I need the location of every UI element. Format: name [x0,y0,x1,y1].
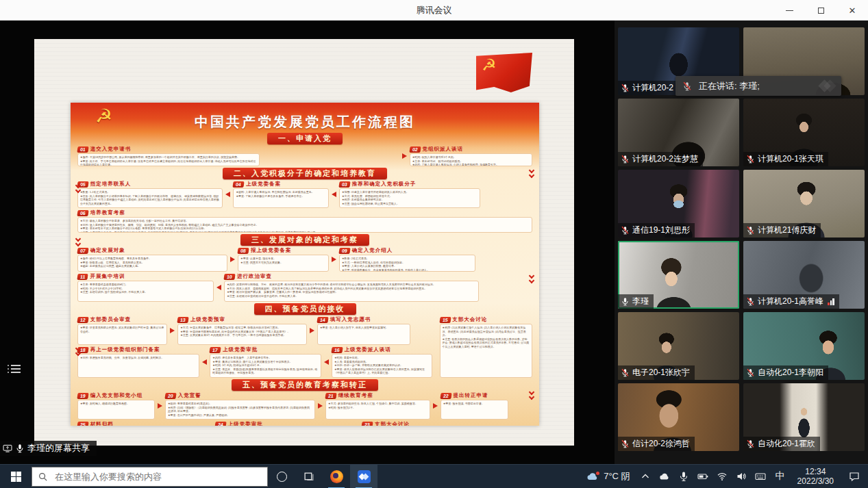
tray-expand-button[interactable] [636,465,655,488]
step-body: ★目的: 掌握预备党员结构、分布、质量等情况; 发现问题, 及时解决。 [77,354,199,378]
step-body: ★数量: 1-2名正式党员。 ★任务: 向入党积极分子介绍党的基本知识; 了解入… [77,188,223,208]
step-number: 02 [409,146,421,153]
participant-video-active-speaker[interactable]: 李瑾 [618,241,739,309]
participant-name: 信计20-2徐鸿哲 [632,438,690,450]
flow-step-06: 06培养教育考察★方法: 吸收入党积极分子听党课、参加党内有关活动, 分配一定的… [77,209,532,233]
arrow-right-icon [230,257,235,262]
flow-row-3: 06培养教育考察★方法: 吸收入党积极分子听党课、参加党内有关活动, 分配一定的… [77,209,532,233]
step-number: 10 [224,274,236,280]
step-body: ★程序: (1)发展对象汇报个人情况; (2)入党介绍人介绍发展对象有关情况、表… [440,324,532,378]
minimize-button[interactable] [773,0,805,21]
app-window: 腾讯会议 ✕ ☭ ☭ 中国共产党发展党员工作流程图 一、申请入党 01递交入党申… [0,0,868,488]
step-title: 再上一级党委组织部门备案 [90,346,160,353]
participant-video[interactable]: 电子20-1张欣宇 [618,312,739,380]
onedrive-button[interactable] [655,465,674,488]
step-title: 继续教育考察 [338,392,373,399]
tencent-meeting-button[interactable] [350,465,377,488]
action-center-button[interactable] [841,465,868,488]
step-number: 08 [237,248,249,254]
step-body: ★内容: 是否具备党员条件、入党手续是否完备。 ★要求: 集体讨论和表决; 两个… [210,354,321,378]
battery-button[interactable] [693,465,712,488]
participant-video[interactable]: 计算机20-1高誉峰 [743,241,865,309]
notification-icon [849,471,860,482]
step-body: ★组织: 基层党委或党支部(党总支)。 ★程序: (1)唱《国际歌》; (2)党… [165,400,315,420]
window-title: 腾讯会议 [0,4,868,16]
start-button[interactable] [0,465,32,488]
ime-indicator[interactable]: 中 [770,470,791,483]
clock-date: 2022/3/30 [797,476,834,486]
task-view-icon [303,471,315,483]
participant-name: 电子20-1张欣宇 [632,367,690,378]
step-number: 20 [164,393,176,399]
cortana-icon [277,472,287,482]
arrow-left-icon [202,359,207,365]
step-title: 上级党委备案 [246,181,281,188]
participant-badge: 自动化20-1霍欣 [743,437,820,451]
step-body: ★数量: 2名正式党员。 ★方式: 一般由培养联系人担任, 也可由党组织指定。 … [339,255,475,272]
weather-widget[interactable]: 7°C 阴 [581,470,635,483]
participant-video[interactable]: 计算机20-2连梦慧 [618,99,739,166]
mic-muted-icon [746,226,755,235]
hammer-sickle-icon: ☭ [482,57,497,73]
step-body: ★内容: 对党的理论和路线、方针、政策的态度; 政治历史和在重大政治斗争中的表现… [224,281,479,302]
flow-step-05: 05指定培养联系人★数量: 1-2名正式党员。 ★任务: 向入党积极分子介绍党的… [77,181,223,208]
taskbar-search[interactable] [32,467,268,487]
chevron-down-icon [530,390,534,399]
participant-video[interactable]: 计算机21傅庆财 [743,170,865,237]
participant-video[interactable]: 通信19-1刘思彤 [618,170,739,237]
participant-video[interactable]: 信计20-2徐鸿哲 [618,383,739,451]
network-signal-icon [828,298,834,305]
list-icon [11,368,21,370]
mic-active-icon [621,297,630,306]
close-button[interactable]: ✕ [836,0,868,21]
flow-step-24: 24上级党委审批★时间: 3个月内。 ★要求: 审批结果及时通知党支部; 党支部… [215,421,351,426]
meeting-watermark-icon [820,81,834,90]
participant-badge: 李瑾 [618,294,654,309]
firefox-button[interactable] [323,465,350,488]
arrow-right-icon [310,328,314,333]
network-button[interactable] [712,465,732,488]
keyboard-icon [755,471,766,482]
tencent-meeting-icon [358,470,371,483]
participant-video[interactable]: 自动化20-1李朝阳 [743,312,865,380]
step-number: 15 [439,317,451,323]
flow-row-7: 19编入党支部和党小组★要求: 及时编入, 继续进行教育和考察。 20入党宣誓★… [77,392,532,420]
step-title: 编入党支部和党小组 [90,392,143,399]
step-title: 党组织派人谈话 [423,146,464,153]
participant-video[interactable]: 自动化20-1霍欣 [743,383,865,451]
arrow-right-icon [402,153,407,159]
title-bar: 腾讯会议 ✕ [0,0,868,21]
step-number: 17 [210,347,221,353]
step-body: ★要求: 征求党员和群众的意见; 对发展对象进行严格审查; 集体讨论是否合格。 [77,324,167,345]
task-view-button[interactable] [295,465,323,488]
participant-badge: 计算机20-2 [618,81,678,95]
mic-icon [678,471,689,482]
volume-button[interactable] [732,465,751,488]
participant-name: 计算机20-2 [632,82,673,94]
step-title: 上级党委审批 [223,346,258,353]
system-tray: 7°C 阴 中 12:34 2022/3/30 [581,465,868,488]
step-number: 23 [361,422,373,426]
maximize-button[interactable] [805,0,836,21]
share-label: 李瑾的屏幕共享 [27,442,90,454]
step-number: 19 [77,393,88,399]
participant-video[interactable]: 计算机20-1张天琪 [743,99,865,166]
step-number: 14 [317,317,328,323]
step-body: ★时间: 党委审批前。 ★人员: 党委委员或组织员。 ★目的: 作进一步了解, … [332,354,432,378]
taskbar-clock[interactable]: 12:34 2022/3/30 [791,467,841,487]
step-title: 提出转正申请 [454,392,488,399]
cortana-button[interactable] [268,465,295,488]
flowchart-poster: ☭ 中国共产党发展党员工作流程图 一、申请入党 01递交入党申请书★条件: 年满… [71,103,539,426]
step-title: 确定发展对象 [90,247,125,254]
flow-row-2: 05指定培养联系人★数量: 1-2名正式党员。 ★任务: 向入党积极分子介绍党的… [77,181,532,208]
touch-keyboard-button[interactable] [751,465,770,488]
minimize-icon [786,10,793,11]
poster-title: 中国共产党发展党员工作流程图 [77,107,532,131]
member-list-toggle[interactable] [7,361,22,376]
participant-name: 自动化20-1霍欣 [758,438,815,450]
step-number: 13 [177,317,188,323]
chevron-down-icon [76,346,80,355]
microphone-tray-button[interactable] [674,465,693,488]
search-input[interactable] [53,471,262,483]
weather-alert-dot [596,472,599,475]
